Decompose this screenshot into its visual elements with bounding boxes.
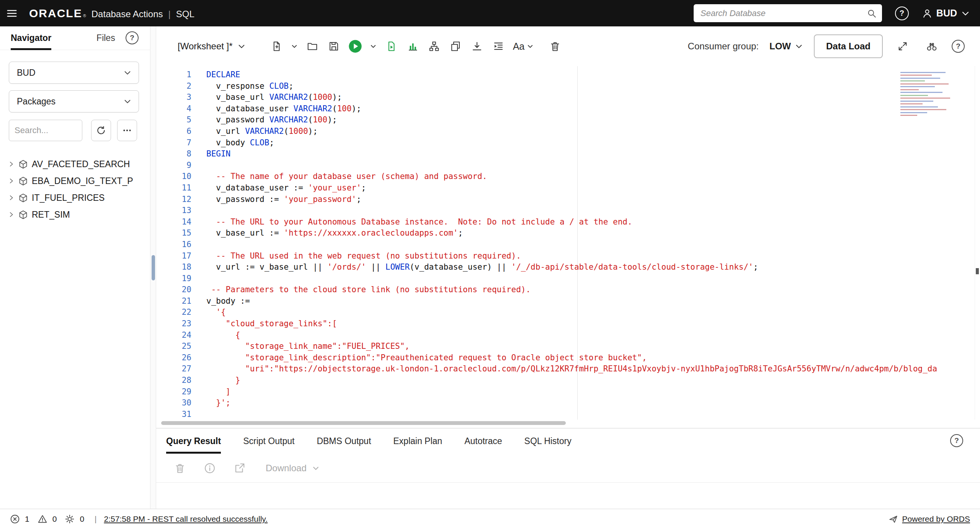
topbar: ORACLE® Database Actions | SQL ? BUD [0, 0, 980, 26]
results-tab-query-result[interactable]: Query Result [166, 428, 221, 454]
code-line[interactable]: v_url := v_base_url || '/ords/' || LOWER… [206, 262, 937, 273]
format-button[interactable] [489, 37, 508, 55]
vertical-scrollbar-handle[interactable] [976, 268, 979, 274]
navigator-help-button[interactable]: ? [126, 31, 139, 44]
code-line[interactable] [206, 205, 937, 216]
save-button[interactable] [325, 37, 343, 55]
ords-link[interactable]: Powered by ORDS [889, 514, 970, 524]
open-in-new-button[interactable] [230, 459, 249, 477]
run-menu-caret[interactable] [368, 37, 379, 55]
code-line[interactable]: DECLARE [206, 69, 937, 81]
worksheet-help-button[interactable]: ? [952, 40, 965, 53]
expand-caret-icon[interactable] [8, 194, 15, 201]
data-load-button[interactable]: Data Load [814, 34, 883, 58]
code-line[interactable] [206, 273, 937, 285]
code-line[interactable]: { [206, 330, 937, 341]
new-worksheet-menu-caret[interactable] [289, 37, 300, 55]
code-line[interactable] [206, 239, 937, 251]
code-line[interactable]: } [206, 375, 937, 386]
code-line[interactable]: v_url VARCHAR2(1000); [206, 126, 937, 137]
code-editor[interactable]: 1234567891011121314151617181920212223242… [156, 66, 980, 420]
results-tab-sql-history[interactable]: SQL History [524, 428, 572, 454]
expand-caret-icon[interactable] [8, 211, 15, 218]
navigator-search-input[interactable] [9, 120, 82, 141]
horizontal-scrollbar[interactable] [156, 420, 980, 426]
code-line[interactable]: '{ [206, 307, 937, 318]
global-search-input[interactable] [701, 8, 867, 18]
code-line[interactable]: v_body := [206, 296, 937, 307]
help-button[interactable]: ? [895, 7, 909, 20]
tree-item-it_fuel_prices[interactable]: IT_FUEL_PRICES [6, 189, 147, 206]
code-line[interactable]: -- Parameters to the cloud store link (n… [206, 284, 937, 296]
code-line[interactable]: -- The URL used in the web request (no s… [206, 251, 937, 262]
download-worksheet-button[interactable] [468, 37, 486, 55]
results-tab-script-output[interactable]: Script Output [243, 428, 294, 454]
maximize-button[interactable] [893, 37, 912, 55]
run-statement-button[interactable] [346, 37, 364, 55]
sidebar-tab-navigator[interactable]: Navigator [11, 26, 51, 50]
object-type-select[interactable]: Packages [9, 90, 139, 112]
clear-results-button[interactable] [171, 459, 189, 477]
errors-icon[interactable] [10, 514, 20, 524]
expand-caret-icon[interactable] [8, 161, 15, 168]
code-line[interactable] [206, 160, 937, 171]
code-line[interactable]: BEGIN [206, 148, 937, 160]
worksheet-selector[interactable]: [Worksheet ]* [178, 41, 246, 52]
code-line[interactable]: v_base_url := 'https://xxxxxx.oracleclou… [206, 228, 937, 239]
status-message-link[interactable]: 2:57:58 PM - REST call resolved successf… [104, 514, 268, 524]
explain-plan-button[interactable] [425, 37, 443, 55]
font-size-button[interactable]: Aa [511, 37, 536, 55]
tree-item-label: RET_SIM [32, 210, 70, 220]
code-line[interactable]: "storage_link_name":"FUEL_PRICES", [206, 341, 937, 352]
download-results-button[interactable]: Download [266, 463, 320, 474]
copy-worksheet-button[interactable] [446, 37, 465, 55]
code-line[interactable] [206, 409, 937, 420]
chevron-down-icon [527, 43, 534, 50]
new-worksheet-button[interactable] [267, 37, 286, 55]
code-line[interactable]: v_response CLOB; [206, 81, 937, 92]
code-line[interactable]: v_body CLOB; [206, 137, 937, 149]
horizontal-scrollbar-handle[interactable] [161, 421, 566, 425]
code-line[interactable]: v_base_url VARCHAR2(1000); [206, 92, 937, 103]
user-menu[interactable]: BUD [922, 8, 970, 19]
code-line[interactable]: }'; [206, 397, 937, 409]
panel-splitter[interactable] [150, 26, 156, 509]
find-replace-button[interactable] [923, 37, 941, 55]
results-tab-autotrace[interactable]: Autotrace [464, 428, 502, 454]
code-line[interactable]: v_database_user := 'your_user'; [206, 182, 937, 194]
tree-item-eba_demo_ig_text_p[interactable]: EBA_DEMO_IG_TEXT_P [6, 173, 147, 189]
run-script-button[interactable] [382, 37, 400, 55]
sidebar-tab-files[interactable]: Files [96, 26, 115, 50]
code-line[interactable]: v_password := 'your_password'; [206, 194, 937, 205]
minimap[interactable] [900, 70, 958, 121]
tree-item-av_faceted_search[interactable]: AV_FACETED_SEARCH [6, 156, 147, 173]
code-line[interactable]: ] [206, 386, 937, 398]
code-lines[interactable]: DECLARE v_response CLOB; v_base_url VARC… [206, 69, 937, 420]
code-line[interactable]: -- The name of your database user (schem… [206, 171, 937, 182]
schema-select[interactable]: BUD [9, 62, 139, 84]
refresh-button[interactable] [91, 120, 111, 141]
vertical-scrollbar[interactable] [975, 66, 980, 420]
autotrace-button[interactable] [403, 37, 422, 55]
consumer-group-select[interactable]: LOW [769, 41, 803, 52]
warnings-icon[interactable] [38, 514, 47, 524]
code-line[interactable]: v_database_user VARCHAR2(100); [206, 103, 937, 115]
more-options-button[interactable] [117, 120, 137, 141]
code-line[interactable]: v_password VARCHAR2(100); [206, 114, 937, 126]
code-line[interactable]: -- The URL to your Autonomous Database i… [206, 216, 937, 228]
hamburger-menu-button[interactable] [0, 0, 24, 26]
code-line[interactable]: "cloud_storage_links":[ [206, 318, 937, 330]
results-tab-dbms-output[interactable]: DBMS Output [317, 428, 371, 454]
line-number: 5 [156, 114, 191, 126]
clear-worksheet-button[interactable] [546, 37, 564, 55]
expand-caret-icon[interactable] [8, 177, 15, 184]
splitter-handle[interactable] [152, 255, 155, 280]
results-help-button[interactable]: ? [950, 434, 963, 447]
results-tab-explain-plan[interactable]: Explain Plan [393, 428, 442, 454]
code-line[interactable]: "uri":"https://objectstorage.uk-london-1… [206, 363, 937, 375]
processes-gear-icon[interactable] [65, 514, 75, 524]
code-line[interactable]: "storage_link_description":"Preauthenica… [206, 352, 937, 364]
results-info-button[interactable] [201, 459, 219, 477]
tree-item-ret_sim[interactable]: RET_SIM [6, 206, 147, 223]
open-file-button[interactable] [303, 37, 322, 55]
